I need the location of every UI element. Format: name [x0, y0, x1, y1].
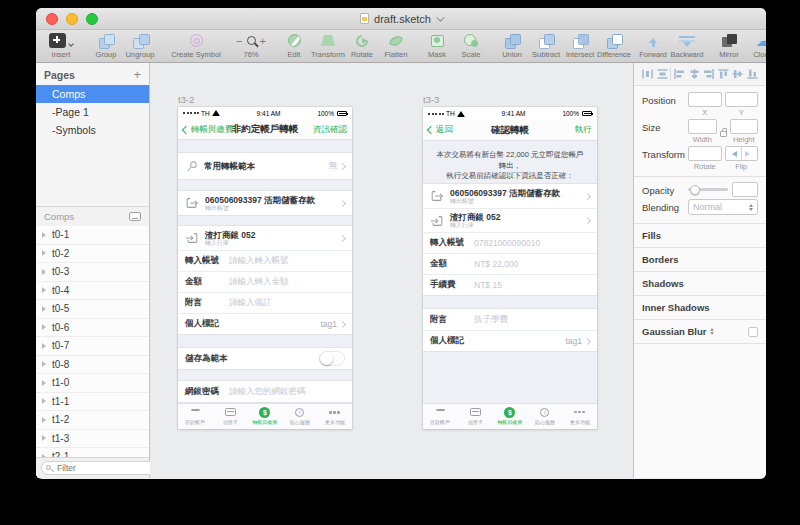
layer-row[interactable]: t1-0	[36, 374, 149, 393]
stepper-icon[interactable]	[710, 326, 714, 337]
minimize-window-button[interactable]	[66, 13, 78, 25]
layer-row[interactable]: t1-1	[36, 393, 149, 412]
opacity-field[interactable]	[732, 182, 758, 197]
mask-button[interactable]: Mask	[423, 32, 451, 59]
align-right-icon[interactable]	[702, 68, 715, 80]
opacity-slider[interactable]	[688, 188, 728, 191]
rotate-field[interactable]	[688, 146, 722, 161]
gaussian-blur-checkbox[interactable]	[748, 327, 758, 337]
x-field[interactable]	[688, 92, 722, 107]
ungroup-button[interactable]: Ungroup	[126, 32, 154, 59]
tab-transfer[interactable]: $轉帳與繳費	[248, 404, 283, 429]
template-row[interactable]: 常用轉帳範本 無	[178, 153, 352, 179]
disclosure-triangle-icon[interactable]	[42, 232, 46, 238]
insert-button[interactable]: Insert	[47, 32, 75, 59]
gaussian-blur-section-header[interactable]: Gaussian Blur	[634, 319, 766, 344]
align-left-icon[interactable]	[673, 68, 686, 80]
from-account-row[interactable]: 060506093397 活期儲蓄存款轉出帳號	[178, 191, 352, 215]
layer-row[interactable]: t0-4	[36, 282, 149, 301]
layer-row[interactable]: t0-1	[36, 226, 149, 245]
disclosure-triangle-icon[interactable]	[42, 380, 46, 386]
page-item-page1[interactable]: -Page 1	[36, 103, 149, 121]
password-input-row[interactable]: 網銀密碼 請輸入您的網銀密碼	[178, 381, 352, 402]
memo-input-row[interactable]: 附言 請輸入備註	[178, 292, 352, 313]
group-button[interactable]: Group	[92, 32, 120, 59]
disclosure-triangle-icon[interactable]	[42, 306, 46, 312]
disclosure-triangle-icon[interactable]	[42, 250, 46, 256]
align-bottom-icon[interactable]	[746, 68, 759, 80]
distribute-horizontally-icon[interactable]	[641, 68, 654, 80]
page-item-comps[interactable]: Comps	[36, 85, 149, 103]
layer-row[interactable]: t0-3	[36, 263, 149, 282]
title-chevron-icon[interactable]	[436, 13, 444, 21]
artboard-t3-3[interactable]: TH 9:41 AM 100% 確認轉帳 返回 執行	[423, 107, 597, 429]
layer-row[interactable]: t0-2	[36, 245, 149, 264]
artboard-list-icon[interactable]	[129, 212, 141, 221]
zoom-out-button[interactable]: −	[236, 35, 242, 47]
disclosure-triangle-icon[interactable]	[42, 398, 46, 404]
tab-deposit[interactable]: 存款帳戶	[423, 404, 458, 429]
from-account-row[interactable]: 060506093397 活期儲蓄存款轉出帳號	[423, 184, 597, 208]
subtract-button[interactable]: Subtract	[532, 32, 560, 59]
tag-row[interactable]: 個人標記 tag1	[423, 330, 597, 351]
scale-button[interactable]: Scale	[457, 32, 485, 59]
backward-button[interactable]: Backward	[673, 32, 701, 59]
zoom-in-button[interactable]: +	[260, 35, 266, 47]
save-template-toggle[interactable]	[319, 351, 345, 366]
disclosure-triangle-icon[interactable]	[42, 269, 46, 275]
disclosure-triangle-icon[interactable]	[42, 287, 46, 293]
tab-services[interactable]: i貼心服務	[282, 404, 317, 429]
add-page-button[interactable]: +	[133, 70, 141, 80]
artboard-label-t3-2[interactable]: t3-2	[178, 94, 194, 105]
y-field[interactable]	[725, 92, 759, 107]
tab-deposit[interactable]: 存款帳戶	[178, 404, 213, 429]
tab-transfer[interactable]: $轉帳與繳費	[493, 404, 528, 429]
confirm-info-button[interactable]: 資訊確認	[313, 124, 347, 136]
transform-button[interactable]: Transform	[314, 32, 342, 59]
tag-row[interactable]: 個人標記 tag1	[178, 313, 352, 334]
cloud-button[interactable]: ☁ Cloud	[749, 32, 766, 59]
rotate-button[interactable]: Rotate	[348, 32, 376, 59]
flatten-button[interactable]: Flatten	[382, 32, 410, 59]
tab-more[interactable]: 更多功能	[562, 404, 597, 429]
align-center-horizontal-icon[interactable]	[688, 68, 701, 80]
canvas[interactable]: t3-2 TH 9:41 AM 100% 非約定帳戶轉帳	[150, 63, 633, 478]
opacity-slider-knob[interactable]	[690, 185, 700, 195]
back-button[interactable]: 返回	[428, 124, 453, 136]
shadows-section-header[interactable]: Shadows	[634, 271, 766, 295]
to-bank-row[interactable]: 渣打商銀 052轉入行庫	[423, 208, 597, 232]
mirror-button[interactable]: Mirror	[715, 32, 743, 59]
fee-value-row[interactable]: 手續費 NT$ 15	[423, 274, 597, 295]
flip-horizontal-button[interactable]	[726, 147, 741, 160]
create-symbol-button[interactable]: Create Symbol	[168, 32, 224, 59]
forward-button[interactable]: Forward	[639, 32, 667, 59]
tab-credit-card[interactable]: 信用卡	[458, 404, 493, 429]
artboard-label-t3-3[interactable]: t3-3	[423, 94, 439, 105]
inner-shadows-section-header[interactable]: Inner Shadows	[634, 295, 766, 319]
amount-value-row[interactable]: 金額 NT$ 22,000	[423, 253, 597, 274]
layer-row[interactable]: t0-8	[36, 356, 149, 375]
layer-row[interactable]: t0-7	[36, 337, 149, 356]
disclosure-triangle-icon[interactable]	[42, 435, 46, 441]
zoom-level[interactable]: 76%	[243, 50, 258, 59]
union-button[interactable]: Union	[498, 32, 526, 59]
magnifier-icon[interactable]	[247, 36, 256, 45]
blending-select[interactable]: Normal	[688, 199, 758, 215]
zoom-window-button[interactable]	[86, 13, 98, 25]
account-input-row[interactable]: 轉入帳號 請輸入轉入帳號	[178, 250, 352, 271]
disclosure-triangle-icon[interactable]	[42, 417, 46, 423]
fills-section-header[interactable]: Fills	[634, 223, 766, 247]
page-item-symbols[interactable]: -Symbols	[36, 121, 149, 139]
intersect-button[interactable]: Intersect	[566, 32, 594, 59]
distribute-vertically-icon[interactable]	[656, 68, 669, 80]
tab-services[interactable]: i貼心服務	[527, 404, 562, 429]
amount-input-row[interactable]: 金額 請輸入轉入金額	[178, 271, 352, 292]
to-bank-row[interactable]: 渣打商銀 052轉入行庫	[178, 226, 352, 250]
artboard-t3-2[interactable]: TH 9:41 AM 100% 非約定帳戶轉帳 轉帳與繳費 資訊確認	[178, 107, 352, 429]
tab-more[interactable]: 更多功能	[317, 404, 352, 429]
execute-button[interactable]: 執行	[575, 124, 592, 136]
flip-vertical-button[interactable]	[741, 147, 757, 160]
account-value-row[interactable]: 轉入帳號 07821000090010	[423, 232, 597, 253]
disclosure-triangle-icon[interactable]	[42, 343, 46, 349]
align-top-icon[interactable]	[717, 68, 730, 80]
